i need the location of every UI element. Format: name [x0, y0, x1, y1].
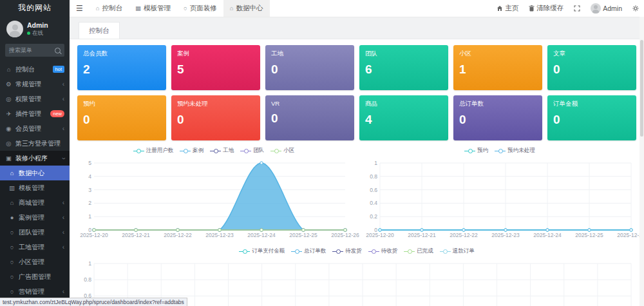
legend-item[interactable]: 总订单数 [291, 247, 326, 255]
sidebar-item-template[interactable]: ▥模板管理 [0, 180, 70, 195]
sidebar-item-label: 第三方登录管理 [15, 139, 61, 148]
chevron-left-icon: ‹ [62, 229, 64, 236]
chevron-left-icon: ‹ [62, 81, 64, 88]
chevron-left-icon: ‹ [62, 200, 64, 206]
scrollbar-track[interactable] [639, 17, 644, 306]
content-tab-console[interactable]: 控制台 [79, 22, 120, 39]
nav-action-home[interactable]: 主页 [491, 0, 524, 17]
sidebar-item-mall[interactable]: ⌂商城管理‹ [0, 195, 70, 210]
svg-text:2025-12-23: 2025-12-23 [205, 232, 234, 238]
svg-text:2025-12-24: 2025-12-24 [533, 232, 562, 238]
stat-card-value: 0 [271, 112, 348, 124]
sidebar-item-label: 广告图管理 [19, 273, 51, 282]
legend-label: 待发货 [345, 247, 362, 255]
legend-item[interactable]: 预约未处理 [495, 147, 535, 155]
sidebar-item-marketing[interactable]: ○营销管理‹ [0, 284, 70, 299]
circle-icon: ○ [8, 289, 15, 295]
chart-legend: 预约预约未处理 [363, 146, 636, 155]
legend-marker-icon [180, 148, 191, 153]
nav-tab-template[interactable]: ▦模板管理 [129, 0, 177, 17]
sidebar-item-label: 常规管理 [15, 80, 41, 89]
user-name: Admin [27, 21, 48, 30]
chevron-left-icon: ‹ [62, 126, 64, 132]
svg-text:0.2: 0.2 [370, 213, 377, 220]
sidebar-item-worksite[interactable]: ○工地管理‹ [0, 240, 70, 254]
stat-card-value: 0 [459, 113, 536, 126]
legend-marker-icon [270, 148, 281, 153]
sidebar-item-team[interactable]: ○团队管理‹ [0, 225, 70, 240]
home-icon: ⌂ [96, 5, 100, 12]
sidebar-item-community[interactable]: ○小区管理 [0, 254, 70, 269]
sidebar-item-label: 团队管理 [19, 228, 44, 237]
layout-icon: ▥ [8, 185, 15, 191]
legend-item[interactable]: 案例 [180, 147, 204, 155]
chevron-left-icon: ‹ [62, 289, 64, 295]
nav-action-label: 清除缓存 [536, 4, 564, 13]
chart-canvas: 00.20.40.60.812025-12-202025-12-212025-1… [363, 158, 636, 240]
stat-card-label: 预约 [83, 100, 160, 108]
search-input[interactable]: 搜索菜单 [5, 44, 64, 57]
legend-item[interactable]: 订单支付金额 [239, 247, 285, 255]
sidebar-item-ad-image[interactable]: ○广告图管理 [0, 269, 70, 284]
svg-text:0.8: 0.8 [84, 276, 91, 283]
legend-marker-icon [404, 249, 415, 254]
sidebar-item-member[interactable]: ◉会员管理‹ [0, 121, 70, 136]
stat-card-label: VR [271, 100, 348, 107]
legend-item[interactable]: 退款订单 [440, 247, 475, 255]
nav-tabs: ⌂控制台▦模板管理○页面装修⌂数据中心 [90, 0, 270, 17]
stat-card-4: 小区1 [453, 45, 542, 90]
stat-card-value: 6 [365, 63, 442, 75]
legend-item[interactable]: 已完成 [404, 247, 433, 255]
nav-tab-console[interactable]: ⌂控制台 [90, 0, 129, 17]
charts-row: 注册用户数案例工地团队小区 0123452025-12-202025-12-21… [77, 146, 636, 240]
stat-card-value: 0 [83, 113, 160, 126]
circle-icon: ○ [184, 5, 187, 12]
stat-card-7: 预约未处理0 [171, 95, 260, 140]
legend-marker-icon [464, 148, 475, 153]
legend-item[interactable]: 待收货 [368, 247, 398, 255]
legend-item[interactable]: 注册用户数 [133, 147, 174, 155]
hamburger-icon[interactable]: ☰ [70, 4, 90, 13]
nav-action-label: Admin [603, 5, 622, 12]
sidebar-item-third-login[interactable]: ◎第三方登录管理 [0, 136, 70, 151]
nav-action-settings[interactable] [627, 0, 644, 17]
sidebar-item-console[interactable]: ⌂控制台hot [0, 62, 70, 77]
legend-marker-icon [368, 249, 379, 254]
svg-text:2025-12-25: 2025-12-25 [575, 232, 603, 238]
nav-tab-data-center[interactable]: ⌂数据中心 [223, 0, 270, 17]
avatar[interactable] [6, 21, 23, 37]
legend-item[interactable]: 待发货 [332, 247, 362, 255]
scrollbar-thumb[interactable] [640, 40, 643, 137]
svg-text:1: 1 [374, 160, 377, 166]
badge-new: new [50, 110, 64, 117]
sidebar-item-addon[interactable]: ✈插件管理new [0, 106, 70, 121]
stat-card-value: 0 [271, 63, 348, 75]
legend-item[interactable]: 小区 [270, 147, 294, 155]
sidebar-item-auth[interactable]: ◎权限管理‹ [0, 91, 70, 106]
nav-action-fullscreen[interactable] [569, 0, 585, 17]
legend-item[interactable]: 预约 [464, 147, 488, 155]
legend-label: 团队 [253, 147, 264, 155]
legend-item[interactable]: 团队 [240, 147, 264, 155]
legend-marker-icon [210, 148, 221, 153]
legend-item[interactable]: 工地 [210, 147, 234, 155]
sidebar-item-case[interactable]: ●案例管理‹ [0, 210, 70, 225]
legend-marker-icon [291, 249, 302, 254]
nav-right: 主页清除缓存Admin [491, 0, 644, 17]
plane-icon: ✈ [5, 111, 12, 117]
stat-card-value: 5 [177, 63, 254, 75]
nav-action-profile[interactable]: Admin [585, 0, 627, 17]
stat-card-6: 预约0 [77, 95, 166, 140]
nav-action-clearcache[interactable]: 清除缓存 [524, 0, 569, 17]
nav-tab-decorate[interactable]: ○页面装修 [177, 0, 223, 17]
sidebar-item-data-center[interactable]: ⌂数据中心 [0, 166, 70, 180]
svg-text:1: 1 [88, 213, 91, 220]
chart-canvas: 0123452025-12-202025-12-212025-12-222025… [77, 158, 350, 240]
sidebar-item-general[interactable]: ⚙常规管理‹ [0, 77, 70, 91]
nav-tab-label: 页面装修 [190, 4, 217, 13]
sidebar-menu: ⌂控制台hot⚙常规管理‹◎权限管理‹✈插件管理new◉会员管理‹◎第三方登录管… [0, 62, 70, 306]
legend-label: 注册用户数 [146, 147, 174, 155]
svg-text:2025-12-21: 2025-12-21 [408, 232, 436, 238]
stat-card-label: 小区 [459, 50, 536, 58]
sidebar-item-mini-program[interactable]: ▣装修小程序‹ [0, 151, 70, 166]
